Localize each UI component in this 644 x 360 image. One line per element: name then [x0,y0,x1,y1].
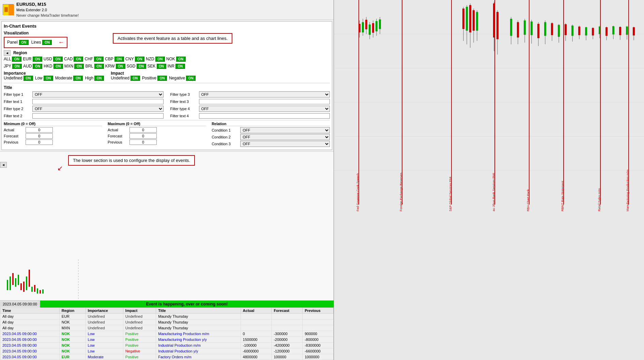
filter-text-1-label: Filter text 1 [4,100,31,104]
condition1-label: Condition 1 [212,128,239,132]
table-cell: -100000 [241,343,272,348]
filter-type-4-select[interactable]: OFF [199,106,330,112]
importance-label-high: High [85,76,93,80]
minimum-group: Minimum (0 = Off) Actual Forecast Previo… [4,122,102,146]
table-cell: NOK [59,337,86,343]
table-cell: EUR [59,354,86,360]
region-toggle-brl[interactable]: ON [94,64,104,69]
table-row: All dayMXNUndefinedUndefinedMaundy Thurs… [0,325,334,331]
table-cell: 2023.04.05 09:00:00 [0,331,60,337]
panel-toggle-group: Panel ON [7,40,29,45]
region-item-jpy: JPYON [4,64,22,69]
region-toggle-nok[interactable]: ON [176,57,186,62]
region-item-inr: INRON [168,64,185,69]
region-toggle-cbp[interactable]: ON [114,57,124,62]
region-toggle-nzd[interactable]: ON [155,57,165,62]
lines-label: Lines [31,40,41,45]
lines-toggle-button[interactable]: ON [42,40,52,45]
table-cell: 1500000 [241,337,272,343]
region-item-brl: BRLON [85,64,104,69]
svg-rect-89 [633,27,635,35]
table-row: 2023.04.05 09:00:00NOKLowPositiveManufac… [0,331,334,337]
svg-rect-81 [605,27,608,36]
table-cell: -1200000 [272,348,303,354]
region-toggle-usd[interactable]: ON [53,57,63,62]
region-toggle-krw[interactable]: ON [116,64,125,69]
svg-rect-61 [537,24,539,38]
region-label-nzd: NZD [146,57,154,61]
panel-toggle-button[interactable]: ON [19,40,29,45]
svg-rect-29 [365,20,367,29]
minimum-forecast-input[interactable] [26,133,53,139]
condition2-select[interactable]: OFF [240,134,330,140]
region-label-krw: KRW [105,64,115,69]
filter-type-2-select[interactable]: OFF [32,106,164,112]
title-section-label: Title [4,85,330,90]
region-toggle-mxn[interactable]: ON [74,64,84,69]
relation-group: Relation Condition 1 OFF Condition 2 OFF… [212,122,330,148]
table-cell: 2023.04.05 09:00:00 [0,343,60,348]
condition3-select[interactable]: OFF [240,141,330,147]
filter-type-3-select[interactable]: OFF [199,91,330,97]
filter-text-1-input[interactable] [32,99,164,104]
region-toggle-inr[interactable]: ON [175,64,185,69]
region-toggle-jpy[interactable]: ON [12,64,22,69]
region-collapse-button[interactable]: ◄ [4,50,11,56]
filter-text-4-input[interactable] [199,113,330,119]
impact-toggle-positive[interactable]: ON [157,76,167,81]
importance-toggle-moderate[interactable]: ON [73,76,83,81]
region-toggle-chf[interactable]: ON [94,57,104,62]
maximum-previous-input[interactable] [129,139,157,145]
maximum-forecast-input[interactable] [129,133,157,139]
table-cell: 100000 [272,354,303,360]
table-cell: 2023.04.05 09:00:00 [0,354,60,360]
region-toggle-cad[interactable]: ON [74,57,83,62]
table-header-previous: Previous [303,308,334,314]
importance-toggle-low[interactable]: ON [44,76,53,81]
minimum-previous-input[interactable] [26,139,53,145]
svg-rect-11 [29,270,30,287]
table-cell: Positive [123,337,156,343]
maximum-actual-input[interactable] [129,127,157,133]
importance-toggle-high[interactable]: ON [94,76,104,81]
region-toggle-sek[interactable]: ON [157,64,166,69]
chart-collapse-button[interactable]: ◄ [0,162,8,168]
filter-type-1-row: Filter type 1 OFF [4,91,164,97]
table-cell: NOK [59,319,86,325]
minimum-title: Minimum (0 = Off) [4,122,102,126]
importance-toggle-undefined[interactable]: ON [24,76,33,81]
region-toggle-eur[interactable]: ON [33,57,42,62]
table-body: All dayEURUndefinedUndefinedMaundy Thurs… [0,314,334,360]
impact-toggle-negative[interactable]: ON [186,76,196,81]
svg-text:au Jibun Bank Services PMI: au Jibun Bank Services PMI [492,173,495,211]
table-cell: EUR [59,314,86,319]
condition1-select[interactable]: OFF [240,127,330,133]
region-label: Region [13,50,27,55]
region-item-cad: CADON [64,57,83,62]
maximum-title: Maximum (0 = Off) [108,122,206,126]
impact-toggle-undefined[interactable]: ON [131,76,140,81]
region-toggle-hkd[interactable]: ON [53,64,63,69]
importance-item-low: LowON [35,76,53,81]
minimum-actual-input[interactable] [26,127,53,133]
region-label-aud: AUD [23,64,32,69]
minimum-actual-field: Actual [4,127,102,133]
svg-rect-45 [473,10,475,31]
table-cell: Low [86,337,123,343]
svg-text:Manufacturing Production m/m: Manufacturing Production m/m [626,169,629,211]
impact-label-undefined: Undefined [111,76,129,80]
filter-type-1-select[interactable]: OFF [32,91,164,97]
region-toggle-all[interactable]: ON [12,57,21,62]
table-cell: Undefined [123,325,156,331]
region-toggle-cny[interactable]: ON [135,57,144,62]
svg-rect-39 [462,9,464,29]
filter-text-2-input[interactable] [32,113,164,119]
candlestick-chart-svg: Fed Governor Cook Speech Foreign Exchang… [334,0,644,360]
table-header-forecast: Forecast [272,308,303,314]
svg-rect-6 [15,278,16,287]
region-toggle-aud[interactable]: ON [33,64,42,69]
header-note: Never change MetaTrader timeframe! [16,13,79,18]
filter-text-3-input[interactable] [199,99,330,104]
region-toggle-sgd[interactable]: ON [137,64,146,69]
status-time: 2023.04.05 09:00:00 [0,301,40,307]
